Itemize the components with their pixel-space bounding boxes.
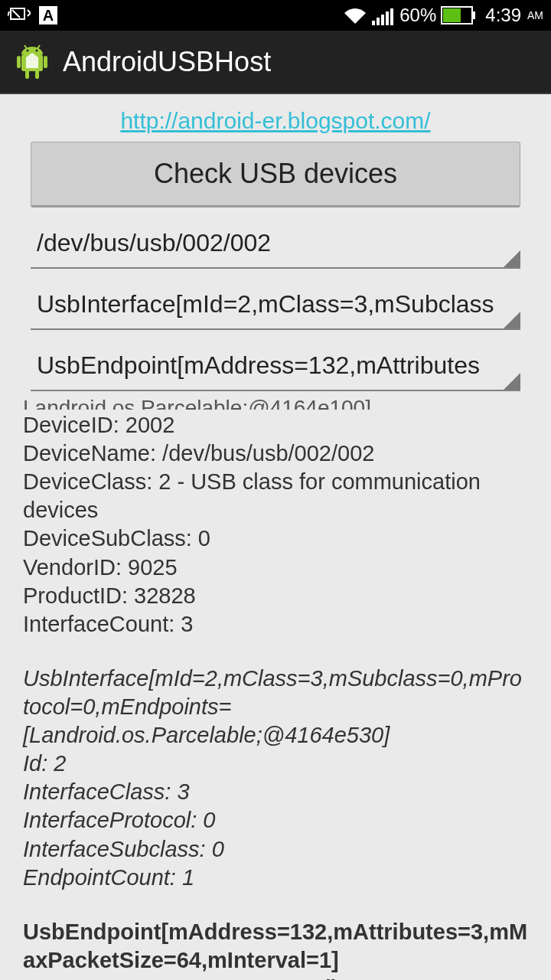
interface-class-line: InterfaceClass: 3 xyxy=(23,778,528,806)
device-spinner-text: /dev/bus/usb/002/002 xyxy=(31,229,271,257)
blog-link[interactable]: http://android-er.blogspot.com/ xyxy=(120,108,430,133)
interface-spinner-text: UsbInterface[mId=2,mClass=3,mSubclass xyxy=(31,290,494,318)
input-method-icon: A xyxy=(38,5,58,25)
dropdown-indicator-icon xyxy=(504,373,520,390)
clock-ampm: AM xyxy=(527,9,543,21)
dropdown-indicator-icon xyxy=(504,250,520,267)
svg-rect-4 xyxy=(381,15,384,25)
device-spinner[interactable]: /dev/bus/usb/002/002 xyxy=(31,218,520,269)
endpoint-spinner[interactable]: UsbEndpoint[mAddress=132,mAttributes xyxy=(31,341,520,391)
app-title: AndroidUSBHost xyxy=(63,46,271,78)
interface-id-line: Id: 2 xyxy=(23,750,528,778)
dropdown-indicator-icon xyxy=(504,312,520,328)
svg-rect-2 xyxy=(372,21,375,25)
app-icon xyxy=(11,41,54,83)
battery-percent: 60% xyxy=(399,5,436,26)
svg-rect-6 xyxy=(390,8,393,25)
svg-point-18 xyxy=(36,49,38,51)
svg-rect-13 xyxy=(25,70,29,79)
blank-line xyxy=(23,892,528,918)
svg-rect-5 xyxy=(386,11,389,25)
check-usb-button[interactable]: Check USB devices xyxy=(31,142,520,207)
endpoint-type-line: USB_ENDPOINT_XFER_INT (interrupt endpoin… xyxy=(23,975,528,980)
svg-point-17 xyxy=(27,49,29,51)
device-subclass-line: DeviceSubClass: 0 xyxy=(23,524,528,553)
endpoint-header-line: UsbEndpoint[mAddress=132,mAttributes=3,m… xyxy=(23,918,528,975)
device-class-line: DeviceClass: 2 - USB class for communica… xyxy=(23,468,528,524)
svg-text:A: A xyxy=(43,7,54,24)
svg-rect-14 xyxy=(35,70,39,79)
svg-rect-12 xyxy=(44,56,47,68)
svg-rect-11 xyxy=(17,56,21,68)
notification-icon xyxy=(8,5,31,25)
svg-rect-8 xyxy=(473,11,475,19)
action-bar: AndroidUSBHost xyxy=(0,31,551,94)
endpoint-spinner-text: UsbEndpoint[mAddress=132,mAttributes xyxy=(31,351,480,380)
svg-rect-9 xyxy=(443,8,461,22)
product-id-line: ProductID: 32828 xyxy=(23,582,528,610)
svg-rect-19 xyxy=(26,57,38,68)
device-name-line: DeviceName: /dev/bus/usb/002/002 xyxy=(23,439,528,468)
status-left: A xyxy=(8,5,58,25)
interface-spinner[interactable]: UsbInterface[mId=2,mClass=3,mSubclass xyxy=(31,279,520,330)
blank-line xyxy=(23,639,528,665)
device-id-line: DeviceID: 2002 xyxy=(23,411,528,439)
details-text: Landroid.os.Parcelable;@4164e100] Device… xyxy=(0,391,551,980)
interface-header-line: UsbInterface[mId=2,mClass=3,mSubclass=0,… xyxy=(23,665,528,750)
svg-rect-3 xyxy=(377,18,380,25)
clipped-line: Landroid.os.Parcelable;@4164e100] xyxy=(23,394,528,410)
clock-time: 4:39 xyxy=(485,5,521,26)
status-right: 60% 4:39 AM xyxy=(343,5,543,26)
interface-subclass-line: InterfaceSubclass: 0 xyxy=(23,835,528,864)
signal-icon xyxy=(372,5,395,25)
link-row: http://android-er.blogspot.com/ xyxy=(0,94,551,142)
wifi-icon xyxy=(343,5,367,25)
vendor-id-line: VendorID: 9025 xyxy=(23,554,528,582)
content-area: http://android-er.blogspot.com/ Check US… xyxy=(0,94,551,980)
endpoint-count-line: EndpointCount: 1 xyxy=(23,864,528,892)
status-bar: A 60% 4:39 AM xyxy=(0,0,551,31)
interface-protocol-line: InterfaceProtocol: 0 xyxy=(23,806,528,835)
interface-count-line: InterfaceCount: 3 xyxy=(23,610,528,639)
battery-icon xyxy=(441,6,476,24)
